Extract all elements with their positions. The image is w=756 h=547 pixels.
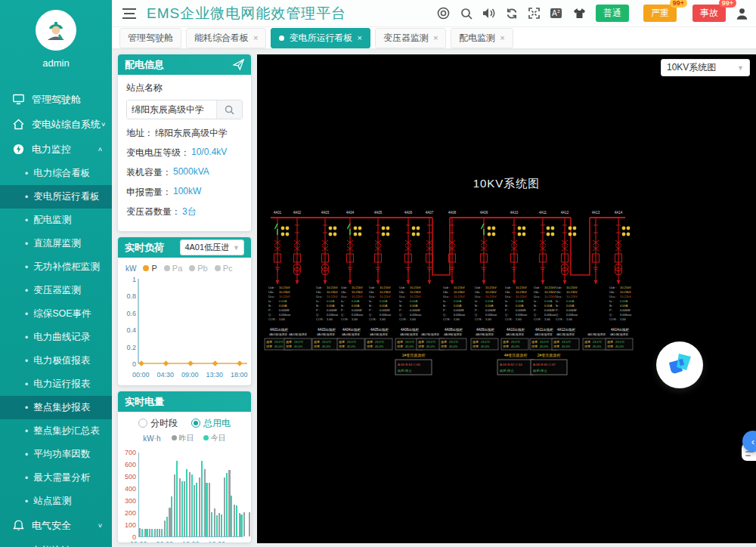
radio-总用电[interactable]: 总用电: [191, 417, 231, 430]
sidebar-item-电能统计[interactable]: 电能统计∨: [0, 538, 112, 547]
bar[interactable]: [191, 474, 193, 536]
sidebar-item-直流屏监测[interactable]: •直流屏监测: [0, 232, 112, 255]
bar[interactable]: [228, 470, 230, 536]
site-search-input[interactable]: [127, 100, 216, 119]
speaker-icon[interactable]: [482, 7, 495, 20]
close-icon[interactable]: ×: [500, 33, 504, 42]
sidebar-item-管理驾驶舱[interactable]: 管理驾驶舱: [0, 87, 112, 112]
bar[interactable]: [231, 496, 232, 536]
sidebar-item-平均功率因数[interactable]: •平均功率因数: [0, 443, 112, 466]
tab-能耗综合看板[interactable]: 能耗综合看板×: [186, 28, 266, 48]
bar[interactable]: [243, 512, 245, 536]
sidebar-item-电力监控[interactable]: 电力监控∧: [0, 137, 112, 162]
bar[interactable]: [176, 461, 178, 536]
sidebar-item-电力综合看板[interactable]: •电力综合看板: [0, 162, 112, 185]
bar[interactable]: [186, 469, 187, 536]
radio-分时段[interactable]: 分时段: [138, 417, 178, 430]
refresh-icon[interactable]: [505, 7, 518, 20]
bar[interactable]: [156, 529, 158, 536]
sidebar-item-电力曲线记录[interactable]: •电力曲线记录: [0, 326, 112, 349]
close-icon[interactable]: ×: [357, 33, 361, 42]
font-size-icon[interactable]: A²: [550, 7, 563, 20]
tab-管理驾驶舱[interactable]: 管理驾驶舱: [119, 28, 181, 48]
bar[interactable]: [171, 496, 172, 536]
bar[interactable]: [194, 485, 195, 536]
bar[interactable]: [179, 478, 181, 536]
user-icon[interactable]: [736, 7, 748, 20]
bar[interactable]: [236, 505, 237, 536]
legend-Pc[interactable]: Pc: [215, 264, 233, 273]
bar[interactable]: [146, 529, 147, 536]
bar[interactable]: [144, 529, 146, 536]
sidebar-item-电力运行报表[interactable]: •电力运行报表: [0, 372, 112, 396]
fullscreen-icon[interactable]: [528, 7, 541, 20]
sidebar-item-无功补偿柜监测[interactable]: •无功补偿柜监测: [0, 255, 112, 279]
sidebar-item-综保SOE事件[interactable]: •综保SOE事件: [0, 302, 112, 326]
bar[interactable]: [159, 529, 160, 536]
bar[interactable]: [181, 481, 183, 536]
bar[interactable]: [216, 515, 218, 536]
sidebar-item-整点集抄报表[interactable]: •整点集抄报表: [0, 396, 112, 419]
sidebar-item-最大需量分析[interactable]: •最大需量分析: [0, 466, 112, 490]
bar[interactable]: [240, 515, 242, 536]
bar[interactable]: [204, 469, 206, 536]
send-icon[interactable]: [233, 59, 244, 70]
alarm-badge-normal[interactable]: 普通: [596, 5, 629, 22]
site-search-button[interactable]: [216, 100, 242, 119]
alarm-badge-accident[interactable]: 事故99+: [692, 5, 726, 22]
legend-今日[interactable]: 今日: [203, 433, 226, 443]
sidebar-item-电气安全[interactable]: 电气安全∨: [0, 513, 112, 538]
bar[interactable]: [239, 513, 240, 536]
bar[interactable]: [149, 529, 150, 536]
bar[interactable]: [161, 529, 163, 536]
sidebar-item-变电站综自系统[interactable]: 变电站综自系统∨: [0, 112, 112, 137]
avatar[interactable]: [36, 10, 76, 51]
bar[interactable]: [151, 529, 153, 536]
bar[interactable]: [154, 529, 156, 536]
bar[interactable]: [211, 512, 212, 536]
search-icon[interactable]: [460, 7, 472, 20]
theme-icon[interactable]: [573, 7, 586, 20]
bar[interactable]: [234, 505, 235, 536]
bar[interactable]: [174, 474, 175, 536]
bar[interactable]: [189, 472, 191, 536]
bar[interactable]: [166, 517, 168, 536]
legend-昨日[interactable]: 昨日: [172, 433, 194, 443]
sidebar-item-变电所运行看板[interactable]: •变电所运行看板: [0, 185, 112, 209]
bar[interactable]: [226, 473, 228, 536]
tab-变压器监测[interactable]: 变压器监测×: [375, 28, 446, 48]
bar[interactable]: [201, 461, 203, 536]
bar[interactable]: [218, 513, 220, 536]
bar[interactable]: [209, 483, 210, 536]
bar[interactable]: [164, 521, 166, 536]
close-icon[interactable]: ×: [253, 33, 258, 42]
legend-Pb[interactable]: Pb: [189, 264, 207, 273]
bar[interactable]: [199, 477, 200, 536]
sidebar-item-配电监测[interactable]: •配电监测: [0, 209, 112, 232]
sidebar-item-电力极值报表[interactable]: •电力极值报表: [0, 349, 112, 372]
sidebar-item-变压器监测[interactable]: •变压器监测: [0, 279, 112, 302]
bar[interactable]: [196, 483, 197, 536]
bar[interactable]: [221, 515, 222, 536]
meas-label: Ib :: [534, 304, 538, 307]
alarm-badge-severe[interactable]: 严重99+: [643, 5, 677, 22]
legend-P[interactable]: P: [143, 264, 156, 273]
sidebar-item-整点集抄汇总表[interactable]: •整点集抄汇总表: [0, 419, 112, 443]
tab-变电所运行看板[interactable]: 变电所运行看板×: [271, 28, 370, 48]
target-icon[interactable]: [437, 7, 450, 20]
bar[interactable]: [139, 528, 141, 536]
bar[interactable]: [141, 529, 143, 536]
bar[interactable]: [249, 512, 250, 536]
legend-Pa[interactable]: Pa: [164, 264, 182, 273]
close-icon[interactable]: ×: [433, 33, 438, 42]
menu-toggle-icon[interactable]: [122, 8, 136, 19]
bar[interactable]: [214, 508, 215, 536]
bar[interactable]: [206, 483, 207, 536]
tab-配电监测[interactable]: 配电监测×: [451, 28, 513, 48]
bar[interactable]: [184, 481, 185, 536]
single-line-diagram[interactable]: 4A014A024A034A044A054A064A074A084A094A10…: [257, 54, 756, 543]
sidebar-item-站点监测[interactable]: •站点监测: [0, 490, 112, 513]
bar[interactable]: [224, 477, 225, 536]
bar[interactable]: [169, 508, 170, 536]
feeder-select[interactable]: 4A01低压进▼: [180, 240, 244, 255]
